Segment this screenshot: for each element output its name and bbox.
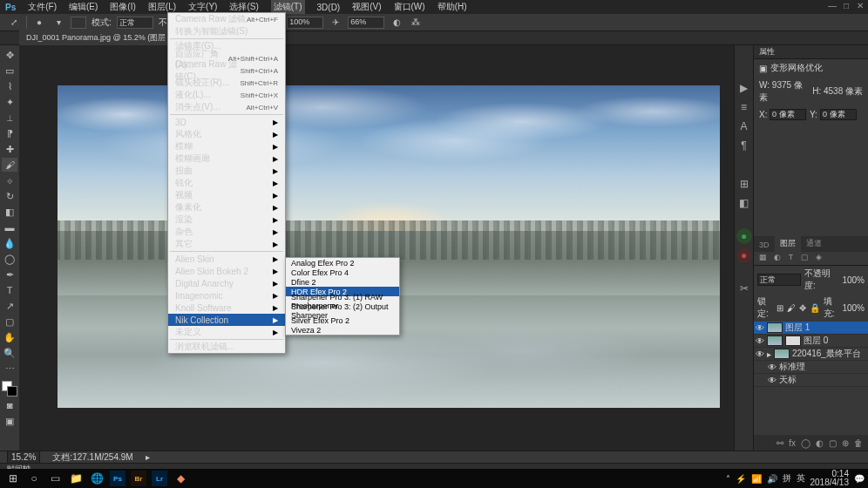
menu-window[interactable]: 窗口(W) xyxy=(394,1,425,13)
layer-row[interactable]: 👁图层 0 xyxy=(754,335,868,348)
menu-item[interactable]: 转换为智能滤镜(S) xyxy=(168,25,285,37)
brush-preview-icon[interactable]: ● xyxy=(32,16,46,30)
airbrush-icon[interactable]: ✈ xyxy=(329,16,342,30)
menu-edit[interactable]: 编辑(E) xyxy=(69,1,98,13)
flow-input[interactable]: 100% xyxy=(287,17,323,29)
filter-shape-icon[interactable]: ▢ xyxy=(799,253,810,264)
lasso-tool-icon[interactable]: ⌇ xyxy=(2,79,17,93)
menu-type[interactable]: 文字(Y) xyxy=(188,1,217,13)
zoom-tool-icon[interactable]: 🔍 xyxy=(2,346,17,360)
blur-tool-icon[interactable]: 💧 xyxy=(2,236,17,250)
wand-tool-icon[interactable]: ✦ xyxy=(2,95,17,109)
tool-preset-icon[interactable]: ⤢ xyxy=(7,16,21,30)
ime2-icon[interactable]: 英 xyxy=(797,472,805,485)
eye-icon[interactable]: 👁 xyxy=(756,336,764,346)
menu-item[interactable]: 模糊画廊▶ xyxy=(168,152,285,165)
color-panel-icon[interactable]: ◧ xyxy=(736,195,752,211)
menu-item[interactable]: 3D▶ xyxy=(168,116,285,128)
brush-settings-icon[interactable]: ▾ xyxy=(51,16,65,30)
adjust-panel-icon[interactable]: ✂ xyxy=(736,281,752,296)
mode-select[interactable]: 正常 xyxy=(117,17,153,29)
char-panel-icon[interactable]: A xyxy=(736,119,752,134)
brush-panel-icon[interactable] xyxy=(71,17,86,29)
lock-pos-icon[interactable]: ✥ xyxy=(799,303,806,313)
submenu-item[interactable]: Dfine 2 xyxy=(286,277,399,287)
layer-row[interactable]: 👁图层 1 xyxy=(754,322,868,335)
quickmask-icon[interactable]: ◙ xyxy=(2,398,17,412)
pen-tool-icon[interactable]: ✒ xyxy=(2,268,17,281)
adjustment-icon[interactable]: ◐ xyxy=(816,438,824,448)
tab-channels[interactable]: 通道 xyxy=(801,235,827,252)
lock-trans-icon[interactable]: ⊞ xyxy=(776,303,783,313)
menu-item[interactable]: 消失点(V)...Alt+Ctrl+V xyxy=(168,101,285,113)
layer-row[interactable]: 👁标准理 xyxy=(754,361,868,374)
marquee-tool-icon[interactable]: ▭ xyxy=(2,64,17,78)
lock-pixel-icon[interactable]: 🖌 xyxy=(787,303,796,313)
zoom-status[interactable]: 15.2% xyxy=(7,451,40,464)
symmetry-icon[interactable]: ⁂ xyxy=(409,16,423,30)
menu-item[interactable]: Alien Skin Bokeh 2▶ xyxy=(168,265,285,277)
edit-toolbar-icon[interactable]: ⋯ xyxy=(2,362,17,376)
brush-tool-icon[interactable]: 🖌 xyxy=(2,158,17,172)
path-tool-icon[interactable]: ↗ xyxy=(2,299,17,313)
dodge-tool-icon[interactable]: ◯ xyxy=(2,252,17,266)
submenu-item[interactable]: Analog Efex Pro 2 xyxy=(286,258,399,268)
para-panel-icon[interactable]: ¶ xyxy=(736,138,752,153)
y-input[interactable] xyxy=(820,109,857,120)
tray-up-icon[interactable]: ˄ xyxy=(726,474,730,484)
menu-item[interactable]: 镜头校正(R)...Shift+Ctrl+R xyxy=(168,77,285,89)
menu-item[interactable]: Imagenomic▶ xyxy=(168,289,285,302)
volume-icon[interactable]: 🔊 xyxy=(767,474,777,484)
lightroom-taskbar-icon[interactable]: Lr xyxy=(152,471,167,486)
screenmode-icon[interactable]: ▣ xyxy=(2,414,17,428)
menu-item[interactable]: 风格化▶ xyxy=(168,128,285,140)
x-input[interactable] xyxy=(770,109,806,120)
menu-item[interactable]: 其它▶ xyxy=(168,238,285,250)
link-layers-icon[interactable]: ⚯ xyxy=(776,438,783,448)
maximize-button[interactable]: □ xyxy=(842,2,851,10)
tab-layers[interactable]: 图层 xyxy=(775,235,801,252)
filter-type-icon[interactable]: T xyxy=(785,253,797,264)
notifications-icon[interactable]: 💬 xyxy=(854,474,865,484)
lock-all-icon[interactable]: 🔒 xyxy=(810,303,820,313)
type-tool-icon[interactable]: T xyxy=(2,283,17,297)
menu-item[interactable]: 液化(L)...Shift+Ctrl+X xyxy=(168,89,285,101)
menu-item[interactable]: 视频▶ xyxy=(168,189,285,201)
network-icon[interactable]: ⚡ xyxy=(736,474,746,484)
gradient-tool-icon[interactable]: ▬ xyxy=(2,220,17,234)
menu-item[interactable]: Alien Skin▶ xyxy=(168,253,285,265)
delete-layer-icon[interactable]: 🗑 xyxy=(854,438,863,448)
filter-pixel-icon[interactable]: ▦ xyxy=(757,253,769,264)
clock[interactable]: 0:142018/4/13 xyxy=(810,470,850,487)
move-tool-icon[interactable]: ✥ xyxy=(2,48,17,62)
menu-view[interactable]: 视图(V) xyxy=(352,1,381,13)
menu-layer[interactable]: 图层(L) xyxy=(148,1,176,13)
menu-item[interactable]: 锐化▶ xyxy=(168,177,285,189)
group-icon[interactable]: ▢ xyxy=(829,438,837,448)
eraser-tool-icon[interactable]: ◧ xyxy=(2,205,17,219)
mask-icon[interactable]: ◯ xyxy=(801,438,810,448)
fill-value[interactable]: 100% xyxy=(842,303,865,313)
crop-tool-icon[interactable]: ⟂ xyxy=(2,111,17,125)
chrome-icon[interactable]: 🌐 xyxy=(89,471,105,486)
start-button[interactable]: ⊞ xyxy=(5,471,21,486)
submenu-item[interactable]: Color Efex Pro 4 xyxy=(286,268,399,277)
opacity-value[interactable]: 100% xyxy=(842,275,865,285)
filter-adj-icon[interactable]: ◐ xyxy=(771,253,783,264)
menu-item[interactable]: Camera Raw 滤镜(C)...Shift+Ctrl+A xyxy=(168,64,285,77)
fx-icon[interactable]: fx xyxy=(789,438,796,448)
eye-icon[interactable]: 👁 xyxy=(756,349,764,359)
menu-item[interactable]: 模糊▶ xyxy=(168,140,285,152)
taskview-icon[interactable]: ▭ xyxy=(47,471,63,486)
menu-item[interactable]: Digital Anarchy▶ xyxy=(168,277,285,289)
history-panel-icon[interactable]: ▶ xyxy=(736,80,752,96)
swatches-panel-icon[interactable]: ⊞ xyxy=(736,176,752,192)
menu-select[interactable]: 选择(S) xyxy=(229,1,258,13)
eye-icon[interactable]: 👁 xyxy=(756,323,764,333)
heal-tool-icon[interactable]: ✚ xyxy=(2,142,17,156)
submenu-item[interactable]: Sharpener Pro 3: (2) Output Sharpener xyxy=(286,306,399,315)
eye-icon[interactable]: 👁 xyxy=(768,363,776,372)
blend-mode-select[interactable]: 正常 xyxy=(757,274,801,286)
layer-row[interactable]: 👁天标 xyxy=(754,374,868,387)
menu-item[interactable]: 扭曲▶ xyxy=(168,165,285,177)
